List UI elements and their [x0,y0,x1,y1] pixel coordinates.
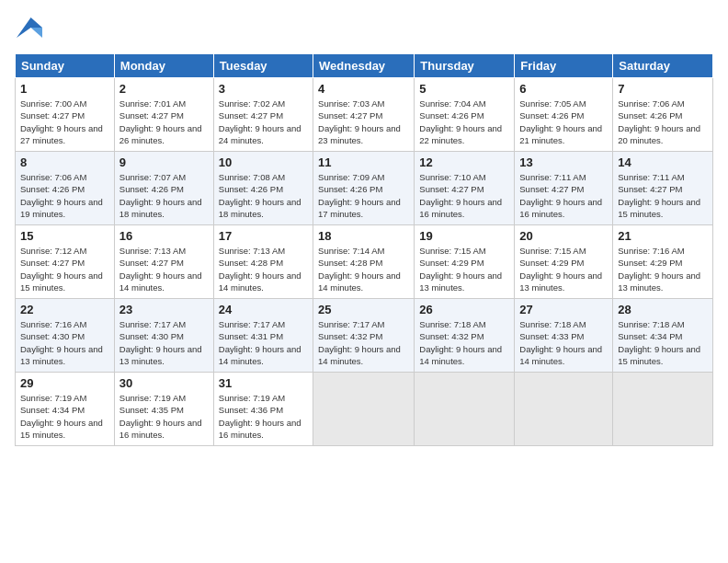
day-info: Sunrise: 7:10 AMSunset: 4:27 PMDaylight:… [419,172,502,219]
day-info: Sunrise: 7:18 AMSunset: 4:33 PMDaylight:… [519,319,602,366]
day-info: Sunrise: 7:04 AMSunset: 4:26 PMDaylight:… [419,98,502,145]
day-info: Sunrise: 7:19 AMSunset: 4:36 PMDaylight:… [219,393,301,440]
day-number: 16 [119,229,209,243]
calendar-cell [313,373,415,446]
calendar-cell: 30 Sunrise: 7:19 AMSunset: 4:35 PMDaylig… [114,373,213,446]
day-number: 6 [519,82,608,96]
day-info: Sunrise: 7:08 AMSunset: 4:26 PMDaylight:… [219,172,301,219]
calendar-cell: 29 Sunrise: 7:19 AMSunset: 4:34 PMDaylig… [16,373,115,446]
calendar-cell: 24 Sunrise: 7:17 AMSunset: 4:31 PMDaylig… [213,299,313,373]
header [15,15,713,44]
calendar-cell: 3 Sunrise: 7:02 AMSunset: 4:27 PMDayligh… [213,78,313,152]
day-info: Sunrise: 7:19 AMSunset: 4:35 PMDaylight:… [119,393,202,440]
day-number: 30 [119,376,209,390]
calendar-cell: 2 Sunrise: 7:01 AMSunset: 4:27 PMDayligh… [114,78,213,152]
day-info: Sunrise: 7:17 AMSunset: 4:31 PMDaylight:… [219,319,301,366]
calendar-cell: 10 Sunrise: 7:08 AMSunset: 4:26 PMDaylig… [213,152,313,225]
calendar-cell [613,373,713,446]
day-number: 20 [519,229,608,243]
calendar-cell: 26 Sunrise: 7:18 AMSunset: 4:32 PMDaylig… [415,299,515,373]
day-number: 11 [318,155,409,169]
logo [15,15,42,44]
day-number: 15 [20,229,109,243]
calendar-cell: 28 Sunrise: 7:18 AMSunset: 4:34 PMDaylig… [613,299,713,373]
day-number: 17 [219,229,308,243]
weekday-header-friday: Friday [515,54,613,78]
calendar-cell: 9 Sunrise: 7:07 AMSunset: 4:26 PMDayligh… [114,152,213,225]
calendar-week-row: 1 Sunrise: 7:00 AMSunset: 4:27 PMDayligh… [16,78,713,152]
calendar-cell: 18 Sunrise: 7:14 AMSunset: 4:28 PMDaylig… [313,225,415,299]
weekday-header-monday: Monday [114,54,213,78]
calendar-cell: 8 Sunrise: 7:06 AMSunset: 4:26 PMDayligh… [16,152,115,225]
calendar-cell: 22 Sunrise: 7:16 AMSunset: 4:30 PMDaylig… [16,299,115,373]
weekday-header-sunday: Sunday [16,54,115,78]
day-number: 31 [219,376,308,390]
day-info: Sunrise: 7:11 AMSunset: 4:27 PMDaylight:… [618,172,700,219]
day-number: 10 [219,155,308,169]
day-info: Sunrise: 7:17 AMSunset: 4:32 PMDaylight:… [318,319,401,366]
calendar-cell: 23 Sunrise: 7:17 AMSunset: 4:30 PMDaylig… [114,299,213,373]
day-number: 21 [618,229,708,243]
page-container: SundayMondayTuesdayWednesdayThursdayFrid… [0,0,728,454]
calendar-cell: 14 Sunrise: 7:11 AMSunset: 4:27 PMDaylig… [613,152,713,225]
day-number: 28 [618,303,708,316]
calendar-cell: 7 Sunrise: 7:06 AMSunset: 4:26 PMDayligh… [613,78,713,152]
day-number: 8 [20,155,109,169]
day-info: Sunrise: 7:17 AMSunset: 4:30 PMDaylight:… [119,319,202,366]
day-info: Sunrise: 7:02 AMSunset: 4:27 PMDaylight:… [219,98,301,145]
calendar-week-row: 22 Sunrise: 7:16 AMSunset: 4:30 PMDaylig… [16,299,713,373]
day-number: 12 [419,155,509,169]
day-number: 9 [119,155,209,169]
day-info: Sunrise: 7:11 AMSunset: 4:27 PMDaylight:… [519,172,602,219]
calendar-cell: 6 Sunrise: 7:05 AMSunset: 4:26 PMDayligh… [515,78,613,152]
day-number: 19 [419,229,509,243]
day-info: Sunrise: 7:19 AMSunset: 4:34 PMDaylight:… [20,393,103,440]
day-info: Sunrise: 7:18 AMSunset: 4:32 PMDaylight:… [419,319,502,366]
weekday-header-thursday: Thursday [415,54,515,78]
day-info: Sunrise: 7:01 AMSunset: 4:27 PMDaylight:… [119,98,202,145]
logo-icon [17,15,42,40]
day-info: Sunrise: 7:06 AMSunset: 4:26 PMDaylight:… [20,172,103,219]
day-info: Sunrise: 7:14 AMSunset: 4:28 PMDaylight:… [318,246,401,293]
weekday-header-tuesday: Tuesday [213,54,313,78]
day-info: Sunrise: 7:13 AMSunset: 4:27 PMDaylight:… [119,246,202,293]
calendar-cell: 11 Sunrise: 7:09 AMSunset: 4:26 PMDaylig… [313,152,415,225]
calendar-week-row: 29 Sunrise: 7:19 AMSunset: 4:34 PMDaylig… [16,373,713,446]
day-number: 7 [618,82,708,96]
calendar-cell: 4 Sunrise: 7:03 AMSunset: 4:27 PMDayligh… [313,78,415,152]
calendar-cell: 15 Sunrise: 7:12 AMSunset: 4:27 PMDaylig… [16,225,115,299]
calendar-cell: 27 Sunrise: 7:18 AMSunset: 4:33 PMDaylig… [515,299,613,373]
day-number: 23 [119,303,209,316]
calendar-cell: 13 Sunrise: 7:11 AMSunset: 4:27 PMDaylig… [515,152,613,225]
day-info: Sunrise: 7:05 AMSunset: 4:26 PMDaylight:… [519,98,602,145]
calendar-cell: 25 Sunrise: 7:17 AMSunset: 4:32 PMDaylig… [313,299,415,373]
calendar-cell [415,373,515,446]
day-info: Sunrise: 7:03 AMSunset: 4:27 PMDaylight:… [318,98,401,145]
day-number: 26 [419,303,509,316]
day-number: 29 [20,376,109,390]
day-info: Sunrise: 7:13 AMSunset: 4:28 PMDaylight:… [219,246,301,293]
day-number: 2 [119,82,209,96]
day-info: Sunrise: 7:15 AMSunset: 4:29 PMDaylight:… [519,246,602,293]
calendar-cell: 12 Sunrise: 7:10 AMSunset: 4:27 PMDaylig… [415,152,515,225]
day-info: Sunrise: 7:09 AMSunset: 4:26 PMDaylight:… [318,172,401,219]
day-info: Sunrise: 7:16 AMSunset: 4:30 PMDaylight:… [20,319,103,366]
day-number: 5 [419,82,509,96]
calendar-cell: 21 Sunrise: 7:16 AMSunset: 4:29 PMDaylig… [613,225,713,299]
day-number: 3 [219,82,308,96]
day-info: Sunrise: 7:18 AMSunset: 4:34 PMDaylight:… [618,319,700,366]
day-info: Sunrise: 7:00 AMSunset: 4:27 PMDaylight:… [20,98,103,145]
calendar-cell: 1 Sunrise: 7:00 AMSunset: 4:27 PMDayligh… [16,78,115,152]
day-number: 27 [519,303,608,316]
day-info: Sunrise: 7:07 AMSunset: 4:26 PMDaylight:… [119,172,202,219]
day-number: 4 [318,82,409,96]
day-info: Sunrise: 7:06 AMSunset: 4:26 PMDaylight:… [618,98,700,145]
calendar-cell: 16 Sunrise: 7:13 AMSunset: 4:27 PMDaylig… [114,225,213,299]
calendar-cell: 19 Sunrise: 7:15 AMSunset: 4:29 PMDaylig… [415,225,515,299]
calendar-cell: 5 Sunrise: 7:04 AMSunset: 4:26 PMDayligh… [415,78,515,152]
day-number: 25 [318,303,409,316]
day-info: Sunrise: 7:15 AMSunset: 4:29 PMDaylight:… [419,246,502,293]
day-number: 18 [318,229,409,243]
day-info: Sunrise: 7:16 AMSunset: 4:29 PMDaylight:… [618,246,700,293]
calendar-cell [515,373,613,446]
